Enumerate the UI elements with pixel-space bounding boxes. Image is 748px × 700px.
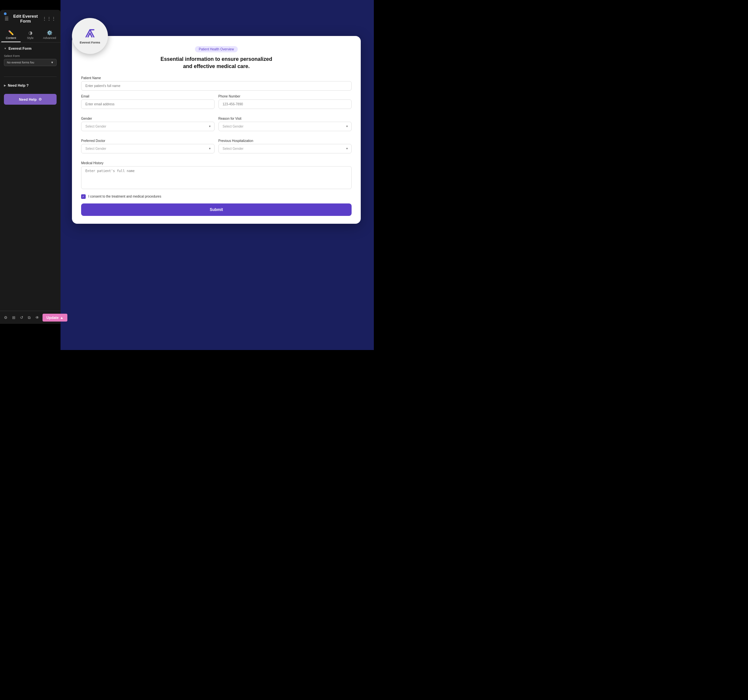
phone-input[interactable]	[219, 99, 352, 109]
logo-circle: Everest Forms	[72, 18, 108, 54]
email-input[interactable]	[81, 99, 214, 109]
preview-icon[interactable]: 👁	[34, 314, 41, 321]
everest-form-section-label: Everest Form	[9, 46, 31, 50]
medical-history-group: Medical History	[81, 161, 351, 190]
update-button[interactable]: Update ▲	[43, 314, 67, 321]
need-help-label: Need Help ?	[8, 84, 29, 87]
need-help-section: ▶ Need Help ? Need Help ⊙	[0, 80, 61, 108]
form-card: Patient Health Overview Essential inform…	[72, 36, 361, 224]
gender-label: Gender	[81, 117, 214, 120]
history-icon[interactable]: ↺	[19, 314, 24, 321]
gender-group: Gender Select Gender	[81, 117, 214, 131]
doctor-hospitalization-row: Preferred Doctor Select Gender Previous …	[81, 139, 351, 157]
consent-checkbox[interactable]	[81, 194, 86, 199]
left-panel: ☰ Edit Everest Form ⋮⋮⋮ ✏️ Content ◑ Sty…	[0, 10, 61, 324]
everest-form-section-header[interactable]: ▼ Everest Form	[4, 46, 56, 50]
panel-title: Edit Everest Form	[9, 14, 42, 24]
settings-icon[interactable]: ⚙	[3, 314, 9, 321]
need-help-section-header[interactable]: ▶ Need Help ?	[4, 84, 56, 87]
consent-row: I consent to the treatment and medical p…	[81, 194, 351, 199]
hospitalization-select-wrapper: Select Gender	[219, 144, 352, 154]
dropdown-arrow-icon: ▼	[51, 61, 54, 64]
tab-advanced[interactable]: ⚙️ Advanced	[40, 27, 59, 42]
section-divider	[4, 76, 56, 77]
layers-icon[interactable]: ⊞	[11, 314, 17, 321]
need-help-button-label: Need Help	[19, 97, 36, 101]
doctor-select[interactable]: Select Gender	[81, 144, 214, 154]
hamburger-icon[interactable]: ☰	[5, 16, 9, 21]
email-label: Email	[81, 94, 214, 98]
form-title: Essential information to ensure personal…	[81, 56, 351, 70]
section-arrow-down: ▼	[4, 47, 6, 50]
form-header: Patient Health Overview Essential inform…	[81, 46, 351, 70]
hospitalization-label: Previous Hospitalization	[219, 139, 352, 143]
panel-header: ☰ Edit Everest Form ⋮⋮⋮	[0, 10, 61, 27]
everest-forms-logo-icon	[84, 28, 96, 40]
reason-select[interactable]: Select Gender	[219, 122, 352, 131]
everest-form-section: ▼ Everest Form Select Form No everest fo…	[0, 43, 61, 73]
gender-select[interactable]: Select Gender	[81, 122, 214, 131]
email-phone-row: Email Phone Number	[81, 94, 351, 113]
reason-label: Reason for Visit	[219, 117, 352, 120]
medical-history-textarea[interactable]	[81, 166, 351, 189]
patient-badge: Patient Health Overview	[195, 46, 238, 52]
email-group: Email	[81, 94, 214, 109]
duplicate-icon[interactable]: ⧉	[26, 314, 32, 321]
tab-advanced-label: Advanced	[43, 36, 56, 40]
tabs-row: ✏️ Content ◑ Style ⚙️ Advanced	[0, 27, 61, 43]
phone-label: Phone Number	[219, 94, 352, 98]
select-form-row: Select Form No everest forms fou ▼	[4, 54, 56, 66]
tab-content[interactable]: ✏️ Content	[1, 27, 21, 42]
hospitalization-select[interactable]: Select Gender	[219, 144, 352, 154]
doctor-select-wrapper: Select Gender	[81, 144, 214, 154]
medical-history-label: Medical History	[81, 161, 351, 165]
need-help-arrow-right: ▶	[4, 84, 6, 87]
need-help-button[interactable]: Need Help ⊙	[4, 94, 56, 105]
help-circle-icon: ⊙	[39, 97, 41, 101]
doctor-label: Preferred Doctor	[81, 139, 214, 143]
advanced-tab-icon: ⚙️	[47, 30, 52, 35]
gender-reason-row: Gender Select Gender Reason for Visit Se…	[81, 117, 351, 135]
select-form-value: No everest forms fou	[7, 61, 34, 64]
chevron-up-icon: ▲	[60, 316, 64, 320]
patient-name-group: Patient Name	[81, 76, 351, 91]
select-form-label: Select Form	[4, 54, 56, 58]
tab-style-label: Style	[27, 36, 33, 40]
phone-group: Phone Number	[219, 94, 352, 109]
tab-style[interactable]: ◑ Style	[21, 27, 40, 42]
reason-select-wrapper: Select Gender	[219, 122, 352, 131]
blue-dot-indicator	[4, 12, 6, 15]
doctor-group: Preferred Doctor Select Gender	[81, 139, 214, 154]
hospitalization-group: Previous Hospitalization Select Gender	[219, 139, 352, 154]
reason-group: Reason for Visit Select Gender	[219, 117, 352, 131]
patient-name-input[interactable]	[81, 81, 351, 91]
update-button-label: Update	[46, 316, 59, 320]
content-tab-icon: ✏️	[8, 30, 14, 35]
style-tab-icon: ◑	[29, 30, 32, 35]
bottom-toolbar: ⚙ ⊞ ↺ ⧉ 👁 Update ▲	[0, 311, 61, 324]
submit-button[interactable]: Submit	[81, 204, 351, 216]
grid-icon[interactable]: ⋮⋮⋮	[42, 16, 56, 21]
select-form-dropdown[interactable]: No everest forms fou ▼	[4, 59, 56, 66]
consent-text: I consent to the treatment and medical p…	[88, 195, 161, 198]
patient-name-label: Patient Name	[81, 76, 351, 80]
tab-content-label: Content	[6, 36, 16, 40]
gender-select-wrapper: Select Gender	[81, 122, 214, 131]
logo-text: Everest Forms	[80, 41, 100, 44]
submit-button-label: Submit	[210, 207, 223, 212]
